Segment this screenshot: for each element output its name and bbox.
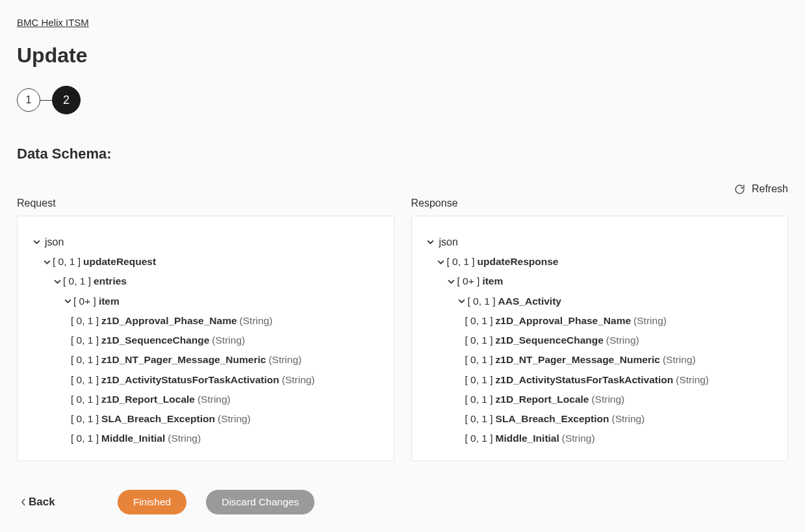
tree-node-item[interactable]: [ 0+ ] item <box>31 292 381 311</box>
section-title: Data Schema: <box>17 146 788 162</box>
tree-field-row[interactable]: [ 0, 1 ] z1D_Report_Locale (String) <box>31 390 381 409</box>
field-type-label: (String) <box>240 311 273 331</box>
field-name-label: z1D_NT_Pager_Message_Numeric <box>101 350 266 370</box>
cardinality-label: [ 0+ ] <box>73 292 96 311</box>
breadcrumb-link[interactable]: BMC Helix ITSM <box>17 17 89 28</box>
request-panel: json [ 0, 1 ] updateRequest [ 0, 1 ] ent… <box>17 216 394 461</box>
chevron-down-icon[interactable] <box>31 238 42 246</box>
tree-node-updateresponse[interactable]: [ 0, 1 ] updateResponse <box>425 252 775 272</box>
back-label: Back <box>29 496 55 509</box>
tree-field-row[interactable]: [ 0, 1 ] z1D_ActivityStatusForTaskActiva… <box>31 370 381 390</box>
field-name-label: SLA_Breach_Exception <box>496 409 609 429</box>
tree-node-label: item <box>99 292 120 311</box>
field-type-label: (String) <box>168 429 201 448</box>
cardinality-label: [ 0, 1 ] <box>71 311 99 331</box>
tree-node-label: entries <box>94 272 127 291</box>
tree-node-json[interactable]: json <box>31 232 381 252</box>
cardinality-label: [ 0, 1 ] <box>468 292 496 311</box>
field-name-label: Middle_Initial <box>101 429 165 448</box>
field-name-label: z1D_Approval_Phase_Name <box>101 311 237 331</box>
cardinality-label: [ 0, 1 ] <box>53 252 81 272</box>
field-name-label: SLA_Breach_Exception <box>101 409 215 429</box>
step-2[interactable]: 2 <box>52 86 81 114</box>
page-title: Update <box>17 44 788 68</box>
tree-node-updaterequest[interactable]: [ 0, 1 ] updateRequest <box>31 252 381 272</box>
tree-field-row[interactable]: [ 0, 1 ] z1D_Report_Locale (String) <box>425 390 775 409</box>
tree-field-row[interactable]: [ 0, 1 ] z1D_SequenceChange (String) <box>31 331 381 350</box>
field-type-label: (String) <box>198 390 231 409</box>
field-type-label: (String) <box>562 429 595 448</box>
chevron-down-icon[interactable] <box>62 298 73 305</box>
tree-field-row[interactable]: [ 0, 1 ] Middle_Initial (String) <box>425 429 775 448</box>
tree-node-aas-activity[interactable]: [ 0, 1 ] AAS_Activity <box>425 292 775 311</box>
chevron-down-icon[interactable] <box>425 238 437 246</box>
cardinality-label: [ 0, 1 ] <box>447 252 475 272</box>
cardinality-label: [ 0, 1 ] <box>71 370 99 390</box>
refresh-icon[interactable] <box>734 184 745 195</box>
field-type-label: (String) <box>606 331 639 350</box>
cardinality-label: [ 0, 1 ] <box>465 409 493 429</box>
tree-field-row[interactable]: [ 0, 1 ] z1D_SequenceChange (String) <box>425 331 775 350</box>
tree-field-row[interactable]: [ 0, 1 ] z1D_Approval_Phase_Name (String… <box>425 311 775 331</box>
chevron-down-icon[interactable] <box>51 278 63 285</box>
cardinality-label: [ 0, 1 ] <box>71 331 99 350</box>
tree-node-label: AAS_Activity <box>498 292 561 311</box>
cardinality-label: [ 0, 1 ] <box>465 429 493 448</box>
discard-changes-button[interactable]: Discard Changes <box>206 490 314 514</box>
cardinality-label: [ 0, 1 ] <box>71 350 99 370</box>
field-type-label: (String) <box>282 370 315 390</box>
tree-field-row[interactable]: [ 0, 1 ] SLA_Breach_Exception (String) <box>31 409 381 429</box>
field-name-label: Middle_Initial <box>496 429 559 448</box>
cardinality-label: [ 0, 1 ] <box>465 331 493 350</box>
tree-node-label: json <box>439 232 458 252</box>
tree-field-row[interactable]: [ 0, 1 ] z1D_ActivityStatusForTaskActiva… <box>425 370 775 390</box>
field-type-label: (String) <box>611 409 645 429</box>
cardinality-label: [ 0, 1 ] <box>71 390 99 409</box>
field-name-label: z1D_Report_Locale <box>101 390 195 409</box>
tree-field-row[interactable]: [ 0, 1 ] Middle_Initial (String) <box>31 429 381 448</box>
tree-node-entries[interactable]: [ 0, 1 ] entries <box>31 272 381 291</box>
chevron-down-icon[interactable] <box>435 259 447 266</box>
tree-node-item[interactable]: [ 0+ ] item <box>425 272 775 291</box>
step-1[interactable]: 1 <box>17 88 40 112</box>
field-type-label: (String) <box>212 331 245 350</box>
cardinality-label: [ 0, 1 ] <box>71 429 99 448</box>
field-name-label: z1D_SequenceChange <box>101 331 209 350</box>
cardinality-label: [ 0, 1 ] <box>71 409 99 429</box>
field-type-label: (String) <box>591 390 624 409</box>
cardinality-label: [ 0, 1 ] <box>465 350 493 370</box>
stepper: 1 2 <box>17 86 788 114</box>
cardinality-label: [ 0, 1 ] <box>465 311 493 331</box>
finished-button[interactable]: Finished <box>118 490 187 514</box>
field-type-label: (String) <box>663 350 696 370</box>
cardinality-label: [ 0, 1 ] <box>465 370 493 390</box>
step-connector <box>40 100 52 101</box>
cardinality-label: [ 0, 1 ] <box>465 390 493 409</box>
chevron-down-icon[interactable] <box>456 298 468 305</box>
field-name-label: z1D_ActivityStatusForTaskActivation <box>496 370 674 390</box>
response-label: Response <box>411 197 789 209</box>
field-type-label: (String) <box>218 409 251 429</box>
tree-field-row[interactable]: [ 0, 1 ] z1D_NT_Pager_Message_Numeric (S… <box>425 350 775 370</box>
response-panel: json [ 0, 1 ] updateResponse [ 0+ ] item… <box>411 216 789 461</box>
tree-field-row[interactable]: [ 0, 1 ] z1D_NT_Pager_Message_Numeric (S… <box>31 350 381 370</box>
tree-node-label: item <box>482 272 503 291</box>
refresh-row: Refresh <box>17 183 788 195</box>
tree-node-label: updateResponse <box>478 252 559 272</box>
field-name-label: z1D_SequenceChange <box>496 331 604 350</box>
tree-node-json[interactable]: json <box>425 232 775 252</box>
cardinality-label: [ 0+ ] <box>457 272 480 291</box>
field-type-label: (String) <box>633 311 667 331</box>
tree-field-row[interactable]: [ 0, 1 ] z1D_Approval_Phase_Name (String… <box>31 311 381 331</box>
tree-node-label: updateRequest <box>83 252 156 272</box>
request-label: Request <box>17 197 394 209</box>
refresh-button[interactable]: Refresh <box>752 183 788 195</box>
chevron-down-icon[interactable] <box>41 259 53 266</box>
back-button[interactable]: Back <box>21 496 55 509</box>
cardinality-label: [ 0, 1 ] <box>63 272 91 291</box>
field-type-label: (String) <box>268 350 301 370</box>
tree-field-row[interactable]: [ 0, 1 ] SLA_Breach_Exception (String) <box>425 409 775 429</box>
chevron-down-icon[interactable] <box>446 278 457 285</box>
field-type-label: (String) <box>676 370 709 390</box>
field-name-label: z1D_Approval_Phase_Name <box>496 311 632 331</box>
